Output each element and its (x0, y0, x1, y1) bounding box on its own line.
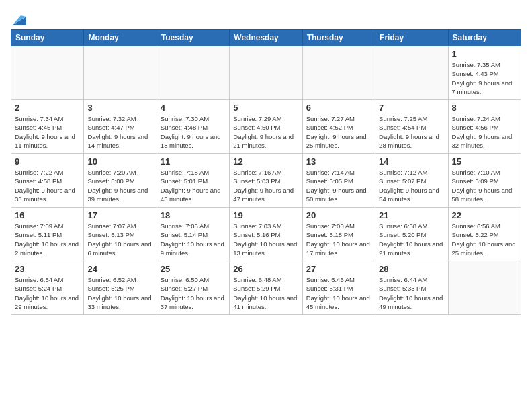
calendar-cell: 15Sunrise: 7:10 AM Sunset: 5:09 PM Dayli… (448, 154, 521, 208)
day-number: 12 (233, 156, 298, 167)
calendar-header-monday: Monday (84, 30, 157, 46)
day-number: 25 (161, 264, 226, 274)
logo-icon (11, 13, 26, 25)
calendar: SundayMondayTuesdayWednesdayThursdayFrid… (11, 29, 521, 315)
calendar-week-row: 9Sunrise: 7:22 AM Sunset: 4:58 PM Daylig… (11, 154, 521, 208)
day-number: 14 (379, 156, 444, 167)
day-info: Sunrise: 7:32 AM Sunset: 4:47 PM Dayligh… (87, 114, 152, 150)
day-info: Sunrise: 7:12 AM Sunset: 5:07 PM Dayligh… (379, 168, 444, 203)
day-number: 15 (452, 156, 517, 167)
day-number: 5 (233, 103, 298, 113)
calendar-cell (302, 46, 375, 100)
day-number: 28 (379, 264, 444, 274)
calendar-cell: 16Sunrise: 7:09 AM Sunset: 5:11 PM Dayli… (11, 208, 84, 261)
day-info: Sunrise: 7:34 AM Sunset: 4:45 PM Dayligh… (15, 114, 80, 150)
day-number: 3 (87, 103, 152, 113)
day-info: Sunrise: 7:00 AM Sunset: 5:18 PM Dayligh… (306, 222, 371, 257)
calendar-cell (157, 46, 229, 100)
calendar-cell: 21Sunrise: 6:58 AM Sunset: 5:20 PM Dayli… (375, 208, 448, 261)
calendar-header-wednesday: Wednesday (230, 30, 302, 46)
calendar-cell: 7Sunrise: 7:25 AM Sunset: 4:54 PM Daylig… (375, 100, 448, 154)
calendar-cell: 22Sunrise: 6:56 AM Sunset: 5:22 PM Dayli… (448, 208, 521, 261)
day-info: Sunrise: 7:07 AM Sunset: 5:13 PM Dayligh… (87, 222, 152, 257)
day-number: 17 (87, 210, 152, 220)
calendar-cell: 2Sunrise: 7:34 AM Sunset: 4:45 PM Daylig… (11, 100, 84, 154)
day-info: Sunrise: 6:48 AM Sunset: 5:29 PM Dayligh… (233, 275, 298, 311)
logo (11, 11, 26, 24)
calendar-header-tuesday: Tuesday (157, 30, 229, 46)
page: SundayMondayTuesdayWednesdayThursdayFrid… (0, 0, 532, 326)
day-number: 4 (161, 103, 226, 113)
calendar-cell: 27Sunrise: 6:46 AM Sunset: 5:31 PM Dayli… (302, 261, 375, 315)
calendar-cell: 23Sunrise: 6:54 AM Sunset: 5:24 PM Dayli… (11, 261, 84, 315)
calendar-week-row: 2Sunrise: 7:34 AM Sunset: 4:45 PM Daylig… (11, 100, 521, 154)
calendar-cell (230, 46, 302, 100)
day-info: Sunrise: 6:56 AM Sunset: 5:22 PM Dayligh… (452, 222, 517, 257)
day-number: 13 (306, 156, 371, 167)
day-number: 8 (452, 103, 517, 113)
day-info: Sunrise: 6:44 AM Sunset: 5:33 PM Dayligh… (379, 275, 444, 311)
day-number: 1 (452, 49, 517, 59)
day-number: 11 (161, 156, 226, 167)
day-number: 6 (306, 103, 371, 113)
day-info: Sunrise: 7:30 AM Sunset: 4:48 PM Dayligh… (161, 114, 226, 150)
calendar-cell: 11Sunrise: 7:18 AM Sunset: 5:01 PM Dayli… (157, 154, 229, 208)
day-number: 22 (452, 210, 517, 220)
day-number: 26 (233, 264, 298, 274)
calendar-cell: 13Sunrise: 7:14 AM Sunset: 5:05 PM Dayli… (302, 154, 375, 208)
calendar-week-row: 1Sunrise: 7:35 AM Sunset: 4:43 PM Daylig… (11, 46, 521, 100)
calendar-cell (375, 46, 448, 100)
calendar-cell: 24Sunrise: 6:52 AM Sunset: 5:25 PM Dayli… (84, 261, 157, 315)
calendar-cell: 14Sunrise: 7:12 AM Sunset: 5:07 PM Dayli… (375, 154, 448, 208)
day-number: 24 (87, 264, 152, 274)
calendar-cell: 20Sunrise: 7:00 AM Sunset: 5:18 PM Dayli… (302, 208, 375, 261)
calendar-cell: 5Sunrise: 7:29 AM Sunset: 4:50 PM Daylig… (230, 100, 302, 154)
calendar-cell (84, 46, 157, 100)
day-info: Sunrise: 6:54 AM Sunset: 5:24 PM Dayligh… (15, 275, 80, 311)
day-info: Sunrise: 7:09 AM Sunset: 5:11 PM Dayligh… (15, 222, 80, 257)
calendar-cell: 3Sunrise: 7:32 AM Sunset: 4:47 PM Daylig… (84, 100, 157, 154)
day-number: 19 (233, 210, 298, 220)
day-info: Sunrise: 7:24 AM Sunset: 4:56 PM Dayligh… (452, 114, 517, 150)
day-info: Sunrise: 7:27 AM Sunset: 4:52 PM Dayligh… (306, 114, 371, 150)
calendar-header-thursday: Thursday (302, 30, 375, 46)
day-number: 16 (15, 210, 80, 220)
calendar-week-row: 23Sunrise: 6:54 AM Sunset: 5:24 PM Dayli… (11, 261, 521, 315)
calendar-cell: 26Sunrise: 6:48 AM Sunset: 5:29 PM Dayli… (230, 261, 302, 315)
calendar-cell: 9Sunrise: 7:22 AM Sunset: 4:58 PM Daylig… (11, 154, 84, 208)
day-info: Sunrise: 7:29 AM Sunset: 4:50 PM Dayligh… (233, 114, 298, 150)
day-info: Sunrise: 6:46 AM Sunset: 5:31 PM Dayligh… (306, 275, 371, 311)
day-info: Sunrise: 7:20 AM Sunset: 5:00 PM Dayligh… (87, 168, 152, 203)
day-number: 23 (15, 264, 80, 274)
day-number: 9 (15, 156, 80, 167)
calendar-cell: 25Sunrise: 6:50 AM Sunset: 5:27 PM Dayli… (157, 261, 229, 315)
day-info: Sunrise: 7:10 AM Sunset: 5:09 PM Dayligh… (452, 168, 517, 203)
calendar-header-row: SundayMondayTuesdayWednesdayThursdayFrid… (11, 30, 521, 46)
day-number: 2 (15, 103, 80, 113)
day-info: Sunrise: 7:18 AM Sunset: 5:01 PM Dayligh… (161, 168, 226, 203)
day-info: Sunrise: 6:50 AM Sunset: 5:27 PM Dayligh… (161, 275, 226, 311)
calendar-cell: 6Sunrise: 7:27 AM Sunset: 4:52 PM Daylig… (302, 100, 375, 154)
day-number: 10 (87, 156, 152, 167)
day-info: Sunrise: 7:25 AM Sunset: 4:54 PM Dayligh… (379, 114, 444, 150)
day-info: Sunrise: 6:52 AM Sunset: 5:25 PM Dayligh… (87, 275, 152, 311)
calendar-cell (448, 261, 521, 315)
day-number: 18 (161, 210, 226, 220)
day-info: Sunrise: 6:58 AM Sunset: 5:20 PM Dayligh… (379, 222, 444, 257)
calendar-cell: 28Sunrise: 6:44 AM Sunset: 5:33 PM Dayli… (375, 261, 448, 315)
calendar-header-friday: Friday (375, 30, 448, 46)
day-number: 27 (306, 264, 371, 274)
calendar-cell: 12Sunrise: 7:16 AM Sunset: 5:03 PM Dayli… (230, 154, 302, 208)
day-info: Sunrise: 7:14 AM Sunset: 5:05 PM Dayligh… (306, 168, 371, 203)
calendar-week-row: 16Sunrise: 7:09 AM Sunset: 5:11 PM Dayli… (11, 208, 521, 261)
day-number: 20 (306, 210, 371, 220)
day-info: Sunrise: 7:16 AM Sunset: 5:03 PM Dayligh… (233, 168, 298, 203)
calendar-cell: 8Sunrise: 7:24 AM Sunset: 4:56 PM Daylig… (448, 100, 521, 154)
calendar-cell (11, 46, 84, 100)
calendar-cell: 1Sunrise: 7:35 AM Sunset: 4:43 PM Daylig… (448, 46, 521, 100)
calendar-header-sunday: Sunday (11, 30, 84, 46)
day-info: Sunrise: 7:22 AM Sunset: 4:58 PM Dayligh… (15, 168, 80, 203)
day-number: 7 (379, 103, 444, 113)
calendar-cell: 18Sunrise: 7:05 AM Sunset: 5:14 PM Dayli… (157, 208, 229, 261)
calendar-header-saturday: Saturday (448, 30, 521, 46)
